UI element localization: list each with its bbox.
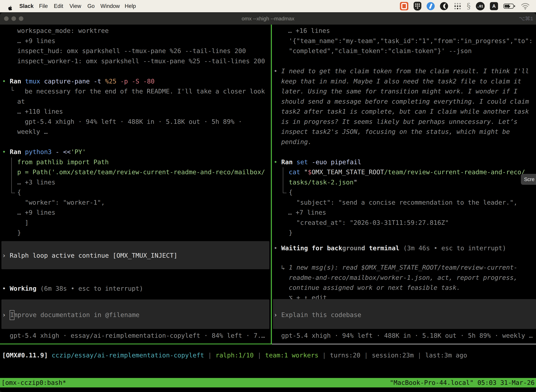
blue-badge-icon[interactable] (427, 2, 435, 10)
terminal-output-line: workspace_mode: worktree (17, 27, 109, 35)
tmux-session-name: [omx-cczip0:bash* (1, 379, 66, 387)
menu-item-view[interactable]: View (69, 0, 81, 12)
terminal-output-line: } (17, 229, 21, 237)
terminal-output-line: "created_at": "2026-03-31T11:59:27.816Z" (296, 219, 449, 227)
battery-icon[interactable] (503, 3, 516, 9)
waiting-status-line: • Waiting for background terminal (3m 46… (274, 244, 506, 252)
code-line: p = Path('.omx/state/team/review-current… (17, 168, 265, 176)
chat-bubble-icon (401, 3, 407, 9)
chat-app-icon[interactable] (400, 2, 408, 10)
terminal-output-line: … +7 lines (288, 209, 326, 217)
apple-icon[interactable] (8, 3, 13, 9)
menu-app-name[interactable]: Slack (19, 0, 34, 12)
corner-connector-icon: └ (10, 86, 14, 94)
terminal-output-line: { (17, 188, 21, 196)
composer-prompt-left[interactable]: › (2, 311, 10, 319)
dot-grid-icon[interactable] (453, 2, 461, 10)
block-connector (283, 167, 287, 193)
bullet-icon: • (274, 67, 281, 75)
prompt-chevron-icon: › (274, 311, 281, 318)
window-title-bar[interactable]: omx --xhigh --madmax ⌥⌘1 (0, 13, 536, 25)
terminal-output-line: … +9 lines (17, 209, 55, 217)
thinking-line: is in progress? It seems likely but perh… (281, 118, 517, 126)
composer-prompt-right[interactable]: › Explain this codebase (274, 311, 361, 319)
window-title: omx --xhigh --madmax (0, 13, 536, 25)
terminal-output-line: ] (25, 219, 29, 227)
pane-status-line-left: gpt-5.4 xhigh · essay/ai-reimplementatio… (10, 331, 265, 340)
bullet-icon: • (2, 285, 10, 292)
tmux-host-and-clock: "MacBook-Pro-44.local" 05:03 31-Mar-26 (390, 379, 535, 387)
bullet-icon: • (274, 244, 281, 252)
model-usage-line: gpt-5.4 xhigh · 94% left · 488K in · 5.1… (25, 118, 242, 126)
branch-arrow-icon: ↳ (281, 264, 289, 271)
terminal-content: workspace_mode: worktree … +9 lines insp… (0, 25, 536, 392)
hud-status-line: [OMX#0.11.9] cczip/essay/ai-reimplementa… (2, 351, 467, 359)
terminal-output-line: … +9 lines (17, 37, 55, 45)
wifi-icon[interactable] (521, 3, 530, 9)
code-line: tasks/task-2.json" (289, 178, 357, 186)
working-status-line: • Working (6m 38s • esc to interrupt) (2, 285, 143, 293)
menu-item-file[interactable]: File (39, 0, 48, 12)
model-usage-line: weekly … (17, 128, 48, 136)
pane-status-line-right: gpt-5.4 xhigh · 94% left · 488K in · 5.1… (281, 331, 533, 340)
menu-item-window[interactable]: Window (100, 0, 120, 12)
menu-item-go[interactable]: Go (87, 0, 95, 12)
password-manager-icon[interactable] (414, 2, 421, 10)
ran-command-line: • Ran python3 - <<'PY' (2, 148, 86, 156)
prompt-chevron-icon: › (2, 311, 10, 318)
terminal-output-line: inspect_hud: omx sparkshell --tmux-pane … (17, 47, 246, 55)
desktop: Slack File Edit View Go Window Help § ..… (0, 0, 536, 392)
thinking-line: later. Using the same for transition mig… (281, 87, 517, 95)
thinking-line: should send a message before completing … (281, 98, 529, 106)
bullet-icon: • (2, 78, 10, 85)
bullet-icon: • (2, 148, 10, 155)
terminal-output-line: … +3 lines (17, 178, 55, 186)
terminal-output-line: "worker": "worker-1", (25, 198, 105, 206)
window-shortcut-hint: ⌥⌘1 (519, 13, 533, 25)
thinking-line: pending. (281, 138, 312, 146)
pane-bottom-border-left (0, 344, 272, 344)
squiggle-icon[interactable]: § (467, 2, 471, 10)
thinking-line: • I need to get the claim token from the… (274, 67, 529, 75)
code-line: from pathlib import Path (17, 158, 109, 166)
thinking-line: inspect task2's JSON, focusing on the st… (281, 128, 510, 136)
screen-overlay-tooltip: Scre (521, 174, 536, 185)
pane-bottom-border-right (272, 344, 536, 344)
terminal-output-line: "subject": "send a concise recommendatio… (296, 198, 517, 206)
prompt-chevron-icon: › (2, 252, 10, 259)
input-source-icon[interactable]: A (490, 2, 498, 10)
composer-placeholder-left: mprove documentation in @filename (14, 311, 139, 319)
terminal-output-line: … +16 lines (288, 27, 330, 35)
menu-item-edit[interactable]: Edit (54, 0, 63, 12)
terminal-output-line: inspect_worker-1: omx sparkshell --tmux-… (17, 57, 265, 65)
mailbox-message-line: ↳ 1 new msg(s): read $OMX_TEAM_STATE_ROO… (281, 263, 517, 271)
ran-command-line: • Ran set -euo pipefail (274, 158, 361, 166)
terminal-output-line: { (289, 188, 293, 196)
mailbox-message-line: continue assigned work or next feasible … (289, 284, 460, 292)
bullet-icon: • (274, 159, 281, 166)
terminal-output-line: '{"team_name":"my-team","task_id":"1","f… (289, 37, 533, 45)
terminal-output-line: "completed","claim_token":"claim-token"}… (289, 47, 472, 55)
code-line: cat "$OMX_TEAM_STATE_ROOT/team/review-cu… (289, 168, 525, 176)
menu-bar-status-icons: § ..61 A (400, 0, 530, 12)
terminal-output-line: be necessary for the end of the README. … (25, 87, 265, 95)
composer-placeholder-right: Explain this codebase (281, 311, 361, 318)
terminal-window: omx --xhigh --madmax ⌥⌘1 workspace_mode:… (0, 13, 536, 392)
terminal-output-line: at (17, 98, 25, 106)
ralph-loop-banner-text: › Ralph loop active continue [OMX_TMUX_I… (2, 252, 177, 260)
thinking-line: keep that in mind. Maybe I also need the… (281, 77, 521, 85)
tmux-status-bar: [omx-cczip0:bash* "MacBook-Pro-44.local"… (0, 378, 536, 387)
mailbox-message-line: readme-and-reco/mailbox/worker-1.json, a… (289, 274, 517, 282)
crescent-app-icon[interactable] (440, 2, 448, 10)
menu-bar: Slack File Edit View Go Window Help § ..… (0, 0, 536, 12)
battery-percent-badge-icon[interactable]: ..61 (476, 2, 485, 10)
block-connector (11, 158, 15, 193)
thinking-line: task2 after task1 is complete, but can I… (281, 107, 529, 116)
ran-command-line: • Ran tmux capture-pane -t %25 -p -S -80 (2, 77, 155, 85)
menu-item-help[interactable]: Help (125, 0, 136, 12)
pane-divider (271, 25, 272, 344)
terminal-output-line: } (289, 229, 293, 237)
terminal-output-line: … +110 lines (17, 107, 63, 116)
